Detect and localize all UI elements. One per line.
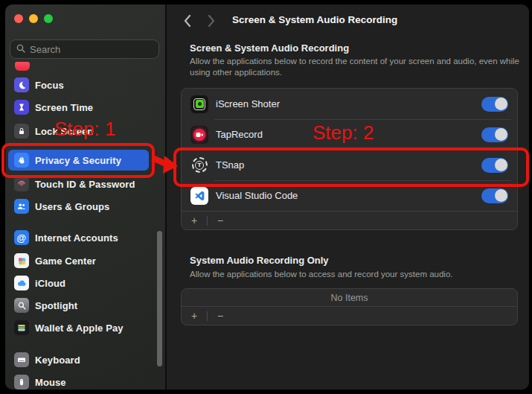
sidebar-item-users-groups[interactable]: Users & Groups (8, 196, 149, 217)
sidebar-item-label: Keyboard (35, 355, 80, 366)
sidebar-item-label: Mouse (35, 377, 66, 388)
moon-icon (14, 77, 29, 92)
section2-heading: System Audio Recording Only (190, 255, 329, 266)
toggle-taprecord[interactable] (481, 127, 508, 142)
sidebar-item-label: Spotlight (35, 300, 77, 311)
sidebar-scrollbar[interactable] (157, 231, 162, 366)
hourglass-icon (14, 100, 29, 115)
game-center-bubbles-icon (14, 253, 29, 268)
magnifier-icon (14, 298, 29, 313)
sidebar: Focus Screen Time Lock Screen Privacy & … (5, 4, 165, 390)
sidebar-item-focus[interactable]: Focus (8, 74, 149, 95)
lock-icon (14, 124, 29, 139)
sidebar-item-mouse[interactable]: Mouse (8, 372, 149, 393)
search-input[interactable] (30, 44, 141, 55)
sidebar-item-label: Internet Accounts (35, 232, 118, 244)
sidebar-item-internet-accounts[interactable]: @ Internet Accounts (8, 227, 149, 248)
sidebar-item-game-center[interactable]: Game Center (8, 250, 149, 271)
fingerprint-icon (14, 177, 29, 191)
empty-list-label: No Items (182, 289, 517, 306)
sidebar-item-screen-time[interactable]: Screen Time (8, 97, 149, 118)
empty-list-footer: + − (182, 306, 517, 325)
toggle-iscreen-shoter[interactable] (481, 97, 508, 112)
sidebar-item-label: Touch ID & Password (35, 179, 135, 190)
taprecord-icon (190, 126, 208, 144)
sidebar-item-label: Game Center (35, 255, 96, 267)
users-icon (14, 199, 29, 214)
remove-app-button[interactable]: − (212, 309, 228, 322)
wallet-cards-icon (14, 320, 29, 335)
footer-divider (207, 311, 208, 321)
toggle-vscode[interactable] (481, 188, 508, 203)
app-row-iscreen-shoter: iScreen Shoter (182, 89, 517, 119)
step2-annotation-rect (173, 147, 529, 187)
footer-divider (207, 216, 208, 226)
system-audio-app-list: No Items + − (181, 288, 518, 325)
search-field[interactable] (10, 39, 159, 59)
page-title: Screen & System Audio Recording (232, 14, 397, 25)
back-button[interactable] (183, 14, 193, 28)
vscode-icon (190, 187, 208, 205)
annotation-arrow (151, 151, 179, 177)
add-app-button[interactable]: + (186, 214, 202, 227)
sidebar-item-label: iCloud (35, 278, 65, 289)
section1-description: Allow the applications below to record t… (190, 56, 526, 78)
system-settings-window: Focus Screen Time Lock Screen Privacy & … (5, 4, 529, 390)
sidebar-item-icloud[interactable]: iCloud (8, 273, 149, 293)
section1-heading: Screen & System Audio Recording (190, 42, 349, 54)
sidebar-item-spotlight[interactable]: Spotlight (8, 295, 149, 316)
section2-description: Allow the applications below to access a… (190, 269, 526, 280)
step1-annotation-rect (1, 143, 155, 178)
sidebar-item-wallet[interactable]: Wallet & Apple Pay (8, 317, 149, 338)
step1-annotation-text: Step: 1 (54, 118, 115, 141)
remove-app-button[interactable]: − (212, 214, 228, 227)
sidebar-item-label: Wallet & Apple Pay (35, 322, 124, 334)
close-window-button[interactable] (14, 14, 23, 23)
cloud-icon (14, 276, 29, 290)
notifications-icon-partial (15, 62, 30, 71)
app-list-footer: + − (182, 211, 517, 229)
app-name: Visual Studio Code (216, 190, 474, 201)
add-app-button[interactable]: + (186, 309, 202, 322)
sidebar-item-keyboard[interactable]: Keyboard (8, 349, 149, 370)
sidebar-item-label: Focus (35, 80, 64, 91)
at-sign-icon: @ (14, 230, 29, 245)
mouse-icon (14, 375, 29, 390)
content-pane: Screen & System Audio Recording Screen &… (167, 4, 529, 390)
zoom-window-button[interactable] (44, 14, 53, 23)
search-icon (16, 42, 25, 56)
app-name: iScreen Shoter (216, 98, 474, 109)
sidebar-item-label: Users & Groups (35, 201, 109, 212)
sidebar-item-label: Screen Time (35, 102, 93, 113)
step2-annotation-text: Step: 2 (313, 121, 374, 144)
keyboard-icon (14, 352, 29, 367)
forward-button[interactable] (207, 14, 217, 28)
iscreen-shoter-icon (190, 95, 208, 113)
minimize-window-button[interactable] (29, 14, 38, 23)
